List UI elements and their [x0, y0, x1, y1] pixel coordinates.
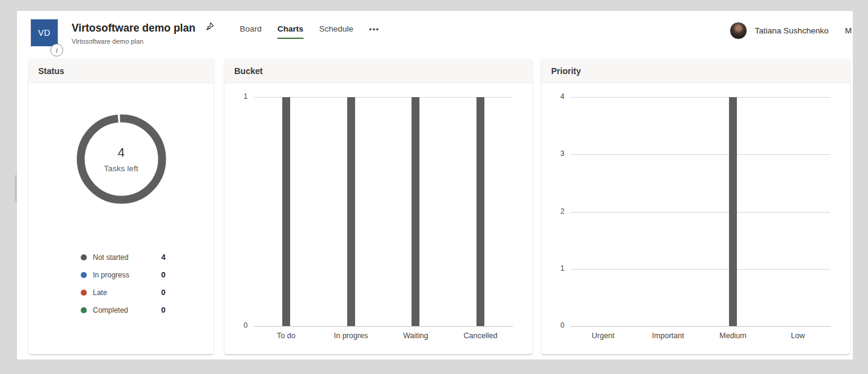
bar-waiting[interactable]: [412, 97, 419, 326]
legend-label: Late: [93, 288, 157, 297]
legend-row-not-started: Not started 4: [81, 248, 214, 266]
user-area: Tatiana Sushchenko M: [730, 22, 852, 39]
status-chart-card: Status 4 Tasks left N: [29, 59, 214, 354]
y-axis-tick-label: 3: [541, 149, 565, 158]
y-axis-tick-label: 4: [541, 92, 565, 101]
user-avatar[interactable]: [730, 22, 747, 39]
bucket-bar-chart: 01To doIn progresWaitingCancelled: [225, 83, 532, 353]
more-options-icon[interactable]: •••: [369, 24, 379, 34]
legend-value: 0: [157, 270, 170, 279]
x-axis-label-to-do: To do: [249, 332, 322, 340]
priority-bar-chart: 01234UrgentImportantMediumLow: [541, 83, 850, 353]
card-title-priority: Priority: [541, 59, 850, 83]
bar-cancelled[interactable]: [476, 97, 484, 326]
gridline-y4: [571, 97, 830, 98]
view-tabs: Board Charts Schedule •••: [240, 24, 379, 39]
status-donut-chart[interactable]: 4 Tasks left: [76, 114, 167, 205]
info-icon[interactable]: i: [50, 44, 63, 56]
bucket-chart-card: Bucket 01To doIn progresWaitingCancelled: [225, 59, 532, 354]
x-axis-label-low: Low: [762, 332, 835, 340]
tab-charts[interactable]: Charts: [277, 24, 303, 39]
legend-row-completed: Completed 0: [81, 301, 214, 319]
priority-chart-card: Priority 01234UrgentImportantMediumLow: [541, 59, 850, 354]
gridline-y3: [571, 154, 830, 155]
bar-to-do[interactable]: [282, 97, 290, 326]
completed-dot-icon: [81, 307, 87, 313]
plan-avatar[interactable]: VD: [31, 19, 58, 46]
page-title: Virtosoftware demo plan: [72, 22, 195, 35]
x-axis-label-urgent: Urgent: [567, 332, 640, 340]
status-legend: Not started 4 In progress 0 Late 0: [29, 248, 214, 319]
legend-row-late: Late 0: [81, 284, 214, 301]
in-progress-dot-icon: [81, 272, 87, 278]
bar-in-progres[interactable]: [347, 97, 355, 326]
gridline-y0: [254, 326, 513, 327]
x-axis-label-cancelled: Cancelled: [444, 332, 517, 340]
bar-medium[interactable]: [729, 97, 737, 326]
legend-value: 0: [157, 305, 170, 314]
user-name[interactable]: Tatiana Sushchenko: [754, 26, 829, 35]
gridline-y1: [254, 97, 513, 98]
donut-ring: [76, 114, 167, 205]
plan-title-block: Virtosoftware demo plan Virtosoftware de…: [72, 22, 215, 45]
x-axis-label-medium: Medium: [697, 332, 770, 340]
charts-row: Status 4 Tasks left N: [17, 59, 853, 354]
card-title-bucket: Bucket: [225, 59, 532, 83]
y-axis-tick-label: 1: [225, 92, 248, 101]
pin-icon[interactable]: [204, 21, 215, 35]
y-axis-tick-label: 0: [225, 321, 248, 330]
members-label-clipped[interactable]: M: [845, 26, 852, 35]
legend-value: 0: [157, 288, 170, 297]
legend-label: Not started: [93, 253, 157, 262]
legend-label: Completed: [93, 306, 157, 314]
x-axis-label-important: Important: [632, 332, 705, 340]
tab-board[interactable]: Board: [240, 24, 262, 38]
x-axis-label-in-progres: In progres: [314, 332, 387, 340]
legend-row-in-progress: In progress 0: [81, 266, 214, 284]
tab-schedule[interactable]: Schedule: [319, 24, 353, 38]
legend-label: In progress: [93, 271, 157, 279]
plan-subtitle: Virtosoftware demo plan: [72, 38, 215, 45]
y-axis-tick-label: 0: [541, 321, 565, 330]
page-background: VD i Virtosoftware demo plan Virtosoftwa…: [0, 0, 868, 374]
y-axis-tick-label: 1: [541, 264, 565, 273]
plan-header: VD i Virtosoftware demo plan Virtosoftwa…: [17, 11, 853, 59]
not-started-dot-icon: [81, 254, 87, 260]
gridline-y2: [571, 212, 830, 212]
x-axis-label-waiting: Waiting: [379, 332, 452, 340]
y-axis-tick-label: 2: [541, 207, 565, 216]
status-card-body: 4 Tasks left Not started 4 In progress: [29, 114, 214, 354]
card-title-status: Status: [29, 59, 214, 83]
planner-app-window: VD i Virtosoftware demo plan Virtosoftwa…: [17, 11, 853, 359]
gridline-y0: [571, 326, 830, 327]
gridline-y1: [571, 269, 830, 270]
late-dot-icon: [81, 290, 87, 296]
legend-value: 4: [157, 253, 170, 262]
